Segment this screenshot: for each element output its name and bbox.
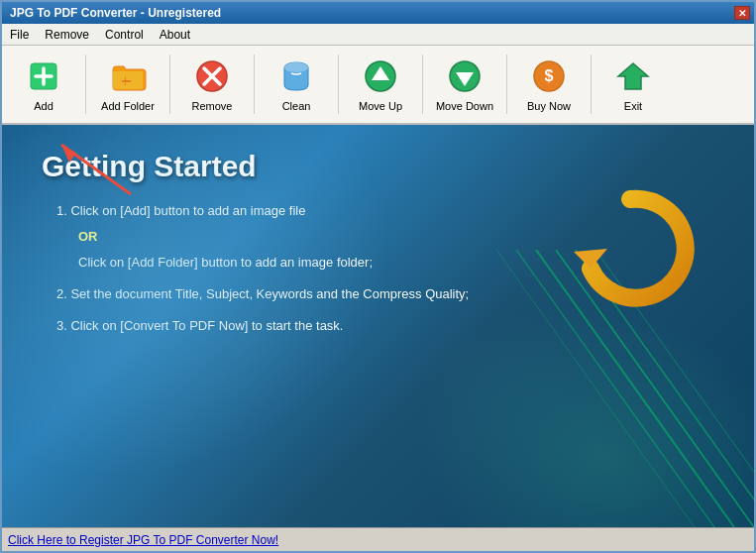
refresh-icon <box>566 184 695 313</box>
sep5 <box>422 55 423 114</box>
exit-button[interactable]: Exit <box>594 50 673 119</box>
buy-now-label: Buy Now <box>527 100 571 112</box>
exit-icon <box>613 56 653 96</box>
buy-now-button[interactable]: $ Buy Now <box>509 50 589 119</box>
buy-now-icon: $ <box>529 56 569 96</box>
menu-control[interactable]: Control <box>97 26 152 44</box>
add-folder-label: Add Folder <box>101 100 155 112</box>
exit-label: Exit <box>624 100 642 112</box>
clean-button[interactable]: Clean <box>257 50 336 119</box>
status-bar: Click Here to Register JPG To PDF Conver… <box>2 527 754 551</box>
main-content: Getting Started 1. Click on [Add] button… <box>2 125 754 527</box>
menu-bar: File Remove Control About <box>2 24 754 46</box>
add-folder-icon <box>108 56 148 96</box>
svg-marker-23 <box>574 249 607 269</box>
svg-text:$: $ <box>545 67 554 84</box>
arrow-indicator <box>32 135 151 204</box>
add-label: Add <box>34 100 54 112</box>
toolbar: Add Add Folder <box>2 46 754 125</box>
svg-marker-25 <box>61 145 76 163</box>
move-down-button[interactable]: Move Down <box>425 50 504 119</box>
add-icon <box>24 56 63 96</box>
move-up-button[interactable]: Move Up <box>341 50 420 119</box>
main-window: JPG To PDF Converter - Unregistered ✕ Fi… <box>0 0 756 553</box>
svg-marker-16 <box>618 63 648 89</box>
title-bar: JPG To PDF Converter - Unregistered ✕ <box>2 2 754 24</box>
move-up-label: Move Up <box>359 100 402 112</box>
sep3 <box>254 55 255 114</box>
add-button[interactable]: Add <box>4 50 83 119</box>
clean-icon <box>276 56 316 96</box>
sep2 <box>169 55 170 114</box>
menu-about[interactable]: About <box>152 26 198 44</box>
svg-point-9 <box>284 62 308 72</box>
remove-label: Remove <box>192 100 233 112</box>
clean-label: Clean <box>282 100 311 112</box>
sep4 <box>338 55 339 114</box>
move-down-label: Move Down <box>436 100 493 112</box>
sep6 <box>506 55 507 114</box>
close-button[interactable]: ✕ <box>734 6 750 20</box>
menu-remove[interactable]: Remove <box>37 26 97 44</box>
sep7 <box>591 55 592 114</box>
register-link[interactable]: Click Here to Register JPG To PDF Conver… <box>8 533 278 547</box>
remove-icon <box>192 56 232 96</box>
remove-button[interactable]: Remove <box>172 50 252 119</box>
move-up-icon <box>361 56 400 96</box>
menu-file[interactable]: File <box>2 26 37 44</box>
move-down-icon <box>445 56 485 96</box>
add-folder-button[interactable]: Add Folder <box>88 50 167 119</box>
sep1 <box>85 55 86 114</box>
window-title: JPG To PDF Converter - Unregistered <box>6 6 221 20</box>
